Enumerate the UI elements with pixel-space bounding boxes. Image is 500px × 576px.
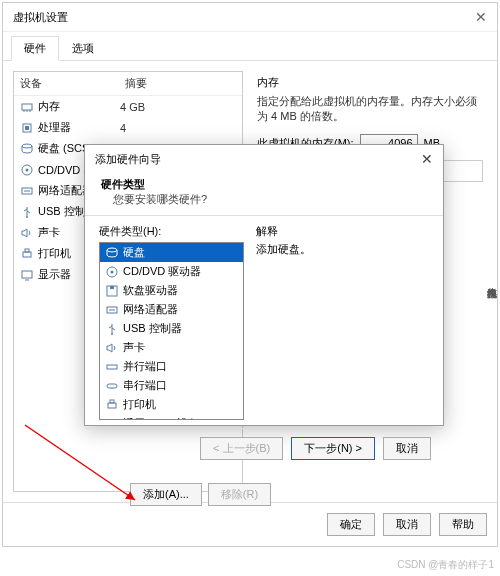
nic-icon [105,304,119,316]
svg-rect-27 [110,400,114,403]
explain-text: 添加硬盘。 [256,242,311,257]
display-icon [20,269,34,281]
printer-icon [20,248,34,260]
svg-rect-14 [22,271,32,278]
table-row[interactable]: 处理器4 [14,117,242,138]
watermark: CSDN @青春的样子1 [397,558,494,572]
svg-point-11 [26,216,28,218]
panel-desc: 指定分配给此虚拟机的内存量。内存大小必须为 4 MB 的倍数。 [257,94,483,124]
panel-heading: 内存 [257,75,483,90]
remove-button[interactable]: 移除(R) [208,483,271,506]
cd-icon [20,164,34,176]
wizard-heading: 硬件类型 [101,177,427,192]
hardware-type-list[interactable]: 硬盘CD/DVD 驱动器软盘驱动器网络适配器USB 控制器声卡并行端口串行端口打… [99,242,244,420]
wizard-list-label: 硬件类型(H): [99,224,244,239]
svg-rect-0 [22,104,32,110]
scsi-icon [105,418,119,421]
wizard-sub: 您要安装哪类硬件? [101,192,427,207]
add-button[interactable]: 添加(A)... [130,483,202,506]
svg-rect-12 [23,252,31,257]
tab-options[interactable]: 选项 [59,36,107,60]
svg-rect-13 [25,249,29,252]
svg-rect-5 [25,126,29,130]
list-item[interactable]: 串行端口 [100,376,243,395]
printer-icon [105,399,119,411]
list-item[interactable]: 通用 SCSI 设备 [100,414,243,420]
col-device: 设备 [20,76,125,91]
list-item[interactable]: USB 控制器 [100,319,243,338]
floppy-icon [105,285,119,297]
list-item[interactable]: 并行端口 [100,357,243,376]
svg-rect-20 [110,286,114,289]
serial-icon [105,380,119,392]
sound-icon [105,342,119,354]
svg-rect-25 [107,384,117,388]
back-button[interactable]: < 上一步(B) [200,437,283,460]
help-button[interactable]: 帮助 [439,513,487,536]
cd-icon [105,266,119,278]
tabs: 硬件 选项 [3,32,497,61]
cpu-icon [20,122,34,134]
explain-label: 解释 [256,224,311,239]
add-hardware-wizard: 添加硬件向导 ✕ 硬件类型 您要安装哪类硬件? 硬件类型(H): 硬盘CD/DV… [84,144,444,426]
wizard-title: 添加硬件向导 [95,152,421,167]
cancel-button[interactable]: 取消 [383,513,431,536]
wizard-close-icon[interactable]: ✕ [421,151,433,167]
list-item[interactable]: 软盘驱动器 [100,281,243,300]
usb-icon [105,323,119,335]
next-button[interactable]: 下一步(N) > [291,437,375,460]
nic-icon [20,185,34,197]
usb-icon [20,206,34,218]
list-item[interactable]: 网络适配器 [100,300,243,319]
disk-icon [20,143,34,155]
parallel-icon [105,361,119,373]
col-summary: 摘要 [125,76,147,91]
svg-rect-26 [108,403,116,408]
list-item[interactable]: 声卡 [100,338,243,357]
memory-icon [20,101,34,113]
sound-icon [20,227,34,239]
table-row[interactable]: 内存4 GB [14,96,242,117]
svg-point-23 [111,333,113,335]
ok-button[interactable]: 确定 [327,513,375,536]
tab-hardware[interactable]: 硬件 [11,36,59,61]
svg-point-16 [107,248,117,252]
disk-icon [105,247,119,259]
svg-point-8 [26,168,29,171]
wizard-cancel-button[interactable]: 取消 [383,437,431,460]
close-icon[interactable]: ✕ [475,9,487,25]
svg-point-6 [22,144,32,148]
list-item[interactable]: CD/DVD 驱动器 [100,262,243,281]
titlebar: 虚拟机设置 ✕ [3,3,497,32]
list-item[interactable]: 打印机 [100,395,243,414]
list-item[interactable]: 硬盘 [100,243,243,262]
window-title: 虚拟机设置 [13,10,475,25]
svg-rect-24 [107,365,117,369]
svg-point-18 [111,270,114,273]
